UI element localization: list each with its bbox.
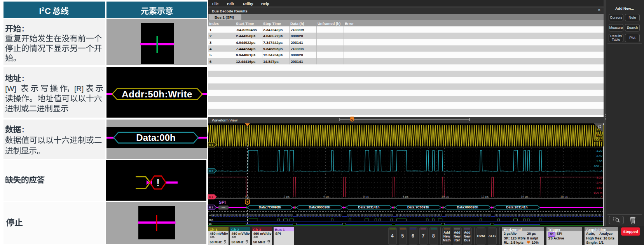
- svg-text:C 3: C 3: [209, 196, 213, 198]
- svg-text:U: U: [351, 118, 353, 121]
- svg-text:B 1: B 1: [209, 206, 213, 209]
- svg-text:Addr:50h:Write: Addr:50h:Write: [122, 89, 192, 99]
- svg-text:3.20: 3.20: [596, 176, 602, 179]
- svg-text:1.60: 1.60: [596, 186, 602, 189]
- svg-text:C 1: C 1: [209, 144, 213, 146]
- svg-text:920 m: 920 m: [594, 139, 603, 142]
- svg-text:6 µs: 6 µs: [363, 195, 369, 198]
- svg-text:!: !: [156, 177, 160, 189]
- svg-text:16 µs: 16 µs: [560, 195, 568, 198]
- svg-text::: :: [22, 74, 24, 83]
- svg-text:Data:000020h: Data:000020h: [457, 205, 478, 209]
- svg-text:SDA: SDA: [209, 219, 213, 221]
- svg-text:Data:7C0093h: Data:7C0093h: [407, 205, 429, 209]
- svg-text:Data:203141h: Data:203141h: [358, 205, 380, 209]
- svg-text:2.40: 2.40: [596, 181, 602, 184]
- svg-text:T: T: [246, 200, 249, 204]
- svg-text:C 2: C 2: [209, 170, 213, 172]
- svg-text:14 µs: 14 µs: [521, 195, 529, 198]
- svg-text:0: 0: [601, 170, 603, 173]
- svg-text:800 m: 800 m: [594, 191, 603, 194]
- svg-text:C: C: [45, 7, 51, 16]
- svg-text:[R]: [R]: [74, 85, 84, 93]
- svg-text:4 µs: 4 µs: [323, 195, 329, 198]
- svg-text:Data:000020h: Data:000020h: [309, 205, 330, 209]
- svg-text:1.60: 1.60: [596, 160, 602, 163]
- svg-text:I: I: [39, 7, 42, 16]
- svg-text:U: U: [528, 241, 529, 243]
- svg-text:12 µs: 12 µs: [481, 195, 489, 198]
- svg-text:2: 2: [42, 6, 45, 12]
- svg-text:SCLK: SCLK: [209, 214, 215, 217]
- svg-text:Data:7C009Bh: Data:7C009Bh: [259, 205, 281, 209]
- svg-text:0: 0: [601, 196, 603, 199]
- svg-text:3.20: 3.20: [596, 149, 602, 153]
- svg-text:[W]: [W]: [5, 85, 16, 93]
- svg-text:SPI: SPI: [219, 200, 226, 205]
- svg-text:0 s: 0 s: [245, 195, 249, 198]
- svg-text:1.84: 1.84: [596, 134, 602, 137]
- svg-text:Waveform View: Waveform View: [212, 118, 237, 122]
- svg-text:8 µs: 8 µs: [403, 195, 408, 198]
- svg-text:Data:203141h: Data:203141h: [506, 205, 528, 209]
- svg-text:800 m: 800 m: [594, 165, 603, 168]
- svg-text:2 µs: 2 µs: [284, 195, 290, 198]
- svg-text::: :: [22, 125, 24, 134]
- svg-text:2.40: 2.40: [596, 154, 602, 158]
- svg-text::: :: [22, 24, 24, 33]
- svg-text:Data:00h: Data:00h: [136, 132, 175, 143]
- svg-text:10 µs: 10 µs: [442, 195, 449, 198]
